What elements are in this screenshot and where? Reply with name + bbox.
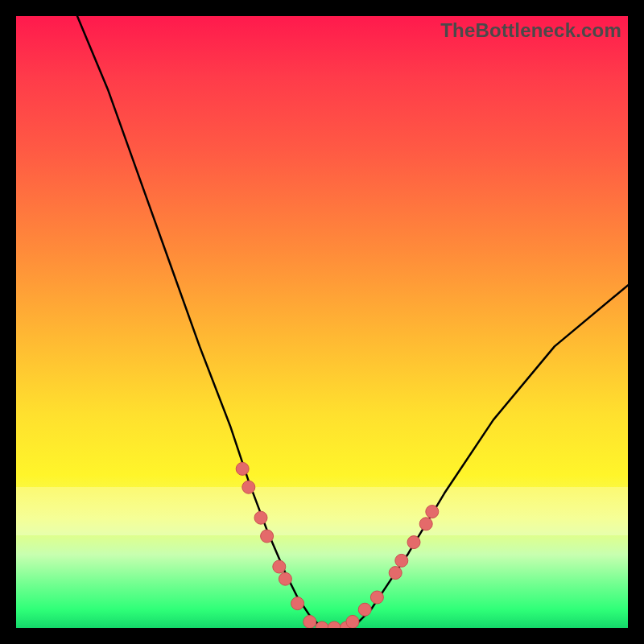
chart-gradient-background [16, 16, 628, 628]
chart-frame: TheBottleneck.com [16, 16, 628, 628]
watermark-text: TheBottleneck.com [440, 19, 621, 42]
